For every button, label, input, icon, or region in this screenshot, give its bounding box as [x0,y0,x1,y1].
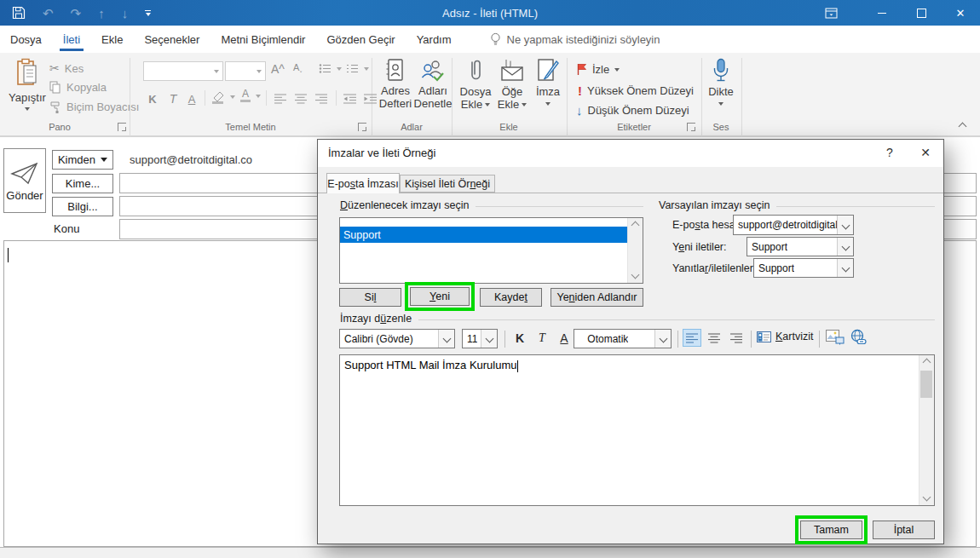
follow-up-button[interactable]: İzle [576,63,620,76]
insert-hyperlink-button[interactable] [850,329,867,348]
underline-button[interactable]: A [182,89,201,108]
envelope-clip-icon [499,58,525,83]
tab-ekle[interactable]: Ekle [98,27,126,51]
tell-me-box[interactable]: Ne yapmak istediğinizi söyleyin [490,32,660,46]
attach-item-button[interactable]: Öğe Ekle [494,58,530,111]
insert-picture-button[interactable] [826,330,845,348]
scissors-icon: ✂ [49,61,60,75]
signature-bold-button[interactable]: K [510,329,529,348]
signature-align-right-button[interactable] [727,329,746,347]
separator [504,331,505,348]
chevron-down-icon[interactable] [438,330,454,348]
minimize-button[interactable] [862,0,902,26]
font-name-combo[interactable] [143,61,223,81]
tags-dialog-launcher-icon[interactable] [687,123,695,131]
low-importance-button[interactable]: ↓ Düşük Önem Düzeyi [576,103,689,118]
tab-secenekler[interactable]: Seçenekler [141,27,203,51]
from-button[interactable]: Kimden [52,150,113,170]
tab-email-signature[interactable]: E-posta İmzası [326,173,400,193]
chevron-down-icon[interactable] [837,216,853,234]
dictate-button[interactable]: Dikte [704,58,738,106]
chevron-down-icon[interactable] [837,259,853,277]
chevron-down-icon[interactable] [837,238,853,256]
signature-button[interactable]: İmza [532,58,564,106]
scroll-down-icon[interactable] [628,269,642,283]
signature-underline-button[interactable]: A [555,329,574,348]
high-importance-button[interactable]: ! Yüksek Önem Düzeyi [578,83,694,98]
format-painter-button[interactable]: Biçim Boyacısı [49,101,139,113]
check-names-button[interactable]: Adları Denetle [414,58,452,110]
grow-font-button[interactable]: A^ [271,62,285,76]
signature-list[interactable]: Support [339,217,643,284]
to-button[interactable]: Kime... [52,174,113,193]
check-names-label-1: Adları [418,84,447,97]
business-card-button[interactable]: Kartvizit [757,331,813,342]
cc-button[interactable]: Bilgi... [52,197,113,216]
copy-button[interactable]: Kopyala [49,81,107,94]
email-account-combo[interactable]: support@detroitdigital.co [733,215,854,235]
replies-combo[interactable]: Support [753,258,854,278]
dialog-close-button[interactable]: ✕ [911,140,940,165]
list-scrollbar[interactable] [627,218,643,283]
close-button[interactable]: ✕ [941,0,980,26]
scroll-up-icon[interactable] [919,355,933,369]
basic-text-dialog-launcher-icon[interactable] [358,123,366,131]
send-button[interactable]: Gönder [3,148,46,213]
new-button[interactable]: Yeni [410,287,470,306]
bold-button[interactable]: K [143,89,162,108]
delete-button[interactable]: Sil [339,288,401,307]
tab-ileti[interactable]: İleti [60,27,84,51]
clipboard-dialog-launcher-icon[interactable] [118,123,126,131]
italic-button[interactable]: T [164,89,182,108]
paste-button[interactable]: Yapıştır [7,58,48,111]
collapse-ribbon-icon[interactable] [959,123,967,131]
chevron-down-icon[interactable] [654,330,671,348]
tab-gozden-gecir[interactable]: Gözden Geçir [323,27,398,51]
signature-align-center-button[interactable] [705,329,723,347]
new-messages-value: Support [747,241,787,253]
group-label-voice: Ses [713,122,729,132]
font-color-combo[interactable]: Otomatik [574,329,672,348]
tab-personal-stationery[interactable]: Kişisel İleti Örneği [400,175,495,193]
dialog-help-button[interactable]: ? [875,140,904,165]
signature-font-combo[interactable]: Calibri (Gövde) [339,329,455,348]
numbering-button[interactable] [346,63,369,74]
increase-indent-icon [364,94,377,104]
signature-italic-button[interactable]: T [533,329,551,348]
choose-default-header: Varsayılan imzayı seçin [659,199,935,211]
scroll-down-icon[interactable] [919,492,933,505]
decrease-indent-icon [343,94,356,104]
separator [819,331,820,348]
save-button[interactable]: Kaydet [480,288,542,307]
ribbon-display-options-icon[interactable] [811,0,850,26]
bullets-button[interactable] [319,63,342,74]
signature-size-combo[interactable]: 11 [462,329,498,348]
signature-list-item-selected[interactable]: Support [340,227,628,243]
shrink-font-button[interactable]: A˯ [293,62,303,72]
signature-align-left-button[interactable] [683,329,701,347]
new-messages-combo[interactable]: Support [747,237,854,256]
font-color-button[interactable]: A [240,89,261,102]
rename-button[interactable]: Yeniden Adlandır [551,288,643,307]
tab-dosya[interactable]: Dosya [7,27,45,51]
tab-yardim[interactable]: Yardım [413,27,455,51]
cut-button[interactable]: ✂ Kes [49,61,84,75]
maximize-button[interactable] [902,0,941,26]
cancel-button[interactable]: İptal [873,521,935,539]
signature-editor[interactable]: Support HTML Mail İmza Kurulumu [339,354,935,506]
attach-file-button[interactable]: Dosya Ekle [457,58,494,111]
align-center-button[interactable] [291,89,310,107]
font-size-combo[interactable] [225,61,266,81]
from-label: Kimden [58,153,95,166]
decrease-indent-button[interactable] [340,89,359,107]
chevron-down-icon[interactable] [481,330,497,348]
align-left-button[interactable] [271,89,290,107]
align-right-button[interactable] [312,89,331,107]
ok-button[interactable]: Tamam [800,521,862,539]
tab-metni-bicimlendir[interactable]: Metni Biçimlendir [217,27,308,51]
address-book-button[interactable]: Adres Defteri [377,58,414,110]
scroll-up-icon[interactable] [628,218,642,232]
highlight-button[interactable] [211,90,235,104]
editor-scrollbar[interactable] [919,355,934,505]
scrollbar-thumb[interactable] [920,371,932,398]
